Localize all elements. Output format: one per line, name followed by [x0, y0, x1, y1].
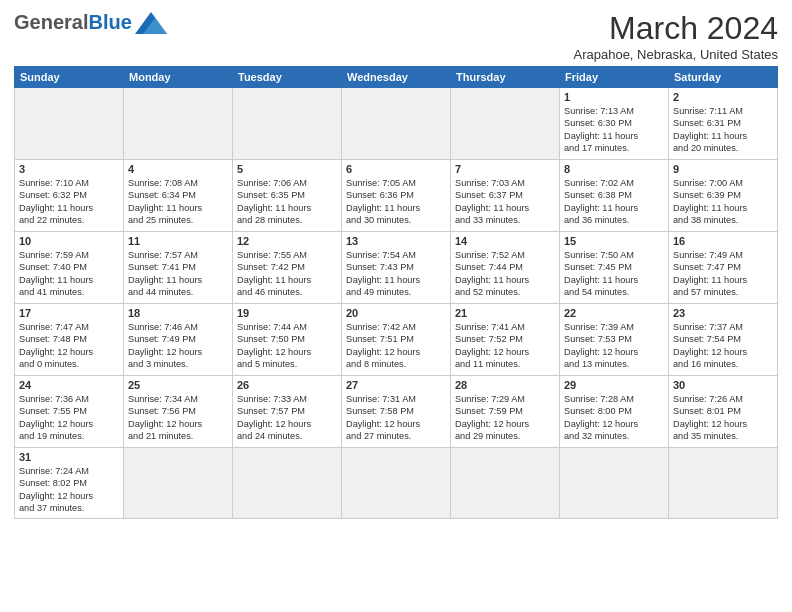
calendar-day-cell: [342, 88, 451, 160]
calendar-day-cell: 25Sunrise: 7:34 AM Sunset: 7:56 PM Dayli…: [124, 376, 233, 448]
calendar-day-cell: 27Sunrise: 7:31 AM Sunset: 7:58 PM Dayli…: [342, 376, 451, 448]
calendar-day-cell: 24Sunrise: 7:36 AM Sunset: 7:55 PM Dayli…: [15, 376, 124, 448]
day-number: 15: [564, 235, 664, 247]
calendar-day-cell: 11Sunrise: 7:57 AM Sunset: 7:41 PM Dayli…: [124, 232, 233, 304]
day-number: 21: [455, 307, 555, 319]
day-number: 12: [237, 235, 337, 247]
calendar-day-cell: 22Sunrise: 7:39 AM Sunset: 7:53 PM Dayli…: [560, 304, 669, 376]
day-info: Sunrise: 7:42 AM Sunset: 7:51 PM Dayligh…: [346, 321, 446, 371]
calendar-day-cell: 15Sunrise: 7:50 AM Sunset: 7:45 PM Dayli…: [560, 232, 669, 304]
day-info: Sunrise: 7:55 AM Sunset: 7:42 PM Dayligh…: [237, 249, 337, 299]
day-number: 7: [455, 163, 555, 175]
day-info: Sunrise: 7:05 AM Sunset: 6:36 PM Dayligh…: [346, 177, 446, 227]
calendar-day-cell: [124, 88, 233, 160]
day-info: Sunrise: 7:41 AM Sunset: 7:52 PM Dayligh…: [455, 321, 555, 371]
day-number: 17: [19, 307, 119, 319]
day-number: 31: [19, 451, 119, 463]
calendar-day-cell: 5Sunrise: 7:06 AM Sunset: 6:35 PM Daylig…: [233, 160, 342, 232]
calendar-week-row: 10Sunrise: 7:59 AM Sunset: 7:40 PM Dayli…: [15, 232, 778, 304]
calendar-day-cell: [124, 448, 233, 519]
day-number: 1: [564, 91, 664, 103]
calendar-week-row: 1Sunrise: 7:13 AM Sunset: 6:30 PM Daylig…: [15, 88, 778, 160]
logo: General Blue: [14, 10, 167, 34]
calendar-day-cell: 6Sunrise: 7:05 AM Sunset: 6:36 PM Daylig…: [342, 160, 451, 232]
calendar-day-cell: [342, 448, 451, 519]
day-number: 16: [673, 235, 773, 247]
day-info: Sunrise: 7:36 AM Sunset: 7:55 PM Dayligh…: [19, 393, 119, 443]
logo-blue: Blue: [88, 11, 131, 34]
calendar-day-cell: 3Sunrise: 7:10 AM Sunset: 6:32 PM Daylig…: [15, 160, 124, 232]
calendar-header-thursday: Thursday: [451, 67, 560, 88]
calendar-day-cell: [669, 448, 778, 519]
day-info: Sunrise: 7:44 AM Sunset: 7:50 PM Dayligh…: [237, 321, 337, 371]
day-info: Sunrise: 7:13 AM Sunset: 6:30 PM Dayligh…: [564, 105, 664, 155]
title-area: March 2024 Arapahoe, Nebraska, United St…: [573, 10, 778, 62]
calendar-week-row: 3Sunrise: 7:10 AM Sunset: 6:32 PM Daylig…: [15, 160, 778, 232]
calendar-header-sunday: Sunday: [15, 67, 124, 88]
calendar-day-cell: 29Sunrise: 7:28 AM Sunset: 8:00 PM Dayli…: [560, 376, 669, 448]
calendar-header-friday: Friday: [560, 67, 669, 88]
day-number: 18: [128, 307, 228, 319]
calendar-day-cell: 26Sunrise: 7:33 AM Sunset: 7:57 PM Dayli…: [233, 376, 342, 448]
calendar-week-row: 17Sunrise: 7:47 AM Sunset: 7:48 PM Dayli…: [15, 304, 778, 376]
day-info: Sunrise: 7:24 AM Sunset: 8:02 PM Dayligh…: [19, 465, 119, 515]
day-info: Sunrise: 7:59 AM Sunset: 7:40 PM Dayligh…: [19, 249, 119, 299]
day-number: 24: [19, 379, 119, 391]
day-number: 4: [128, 163, 228, 175]
calendar-header-monday: Monday: [124, 67, 233, 88]
day-info: Sunrise: 7:28 AM Sunset: 8:00 PM Dayligh…: [564, 393, 664, 443]
calendar-day-cell: [560, 448, 669, 519]
day-info: Sunrise: 7:52 AM Sunset: 7:44 PM Dayligh…: [455, 249, 555, 299]
calendar-day-cell: 1Sunrise: 7:13 AM Sunset: 6:30 PM Daylig…: [560, 88, 669, 160]
day-info: Sunrise: 7:02 AM Sunset: 6:38 PM Dayligh…: [564, 177, 664, 227]
day-number: 5: [237, 163, 337, 175]
calendar-day-cell: 28Sunrise: 7:29 AM Sunset: 7:59 PM Dayli…: [451, 376, 560, 448]
day-number: 9: [673, 163, 773, 175]
calendar-week-row: 31Sunrise: 7:24 AM Sunset: 8:02 PM Dayli…: [15, 448, 778, 519]
calendar-day-cell: 21Sunrise: 7:41 AM Sunset: 7:52 PM Dayli…: [451, 304, 560, 376]
logo-general: General: [14, 11, 88, 34]
calendar-table: SundayMondayTuesdayWednesdayThursdayFrid…: [14, 66, 778, 519]
calendar-day-cell: 14Sunrise: 7:52 AM Sunset: 7:44 PM Dayli…: [451, 232, 560, 304]
day-number: 30: [673, 379, 773, 391]
day-number: 6: [346, 163, 446, 175]
calendar-day-cell: 18Sunrise: 7:46 AM Sunset: 7:49 PM Dayli…: [124, 304, 233, 376]
logo-icon: [135, 12, 167, 34]
day-number: 20: [346, 307, 446, 319]
calendar-day-cell: 23Sunrise: 7:37 AM Sunset: 7:54 PM Dayli…: [669, 304, 778, 376]
calendar-day-cell: 16Sunrise: 7:49 AM Sunset: 7:47 PM Dayli…: [669, 232, 778, 304]
day-number: 28: [455, 379, 555, 391]
day-number: 3: [19, 163, 119, 175]
day-number: 22: [564, 307, 664, 319]
day-info: Sunrise: 7:46 AM Sunset: 7:49 PM Dayligh…: [128, 321, 228, 371]
day-info: Sunrise: 7:37 AM Sunset: 7:54 PM Dayligh…: [673, 321, 773, 371]
day-info: Sunrise: 7:47 AM Sunset: 7:48 PM Dayligh…: [19, 321, 119, 371]
page: General Blue March 2024 Arapahoe, Nebras…: [0, 0, 792, 612]
calendar-day-cell: 12Sunrise: 7:55 AM Sunset: 7:42 PM Dayli…: [233, 232, 342, 304]
calendar-day-cell: [233, 448, 342, 519]
calendar-day-cell: [451, 448, 560, 519]
day-number: 27: [346, 379, 446, 391]
calendar-day-cell: 31Sunrise: 7:24 AM Sunset: 8:02 PM Dayli…: [15, 448, 124, 519]
day-info: Sunrise: 7:33 AM Sunset: 7:57 PM Dayligh…: [237, 393, 337, 443]
day-number: 29: [564, 379, 664, 391]
day-number: 14: [455, 235, 555, 247]
day-info: Sunrise: 7:29 AM Sunset: 7:59 PM Dayligh…: [455, 393, 555, 443]
day-number: 19: [237, 307, 337, 319]
calendar-day-cell: 8Sunrise: 7:02 AM Sunset: 6:38 PM Daylig…: [560, 160, 669, 232]
day-info: Sunrise: 7:50 AM Sunset: 7:45 PM Dayligh…: [564, 249, 664, 299]
day-info: Sunrise: 7:26 AM Sunset: 8:01 PM Dayligh…: [673, 393, 773, 443]
day-number: 2: [673, 91, 773, 103]
day-info: Sunrise: 7:11 AM Sunset: 6:31 PM Dayligh…: [673, 105, 773, 155]
day-info: Sunrise: 7:10 AM Sunset: 6:32 PM Dayligh…: [19, 177, 119, 227]
header: General Blue March 2024 Arapahoe, Nebras…: [14, 10, 778, 62]
day-info: Sunrise: 7:49 AM Sunset: 7:47 PM Dayligh…: [673, 249, 773, 299]
calendar-day-cell: 19Sunrise: 7:44 AM Sunset: 7:50 PM Dayli…: [233, 304, 342, 376]
calendar-header-saturday: Saturday: [669, 67, 778, 88]
day-info: Sunrise: 7:57 AM Sunset: 7:41 PM Dayligh…: [128, 249, 228, 299]
day-info: Sunrise: 7:54 AM Sunset: 7:43 PM Dayligh…: [346, 249, 446, 299]
calendar-header-row: SundayMondayTuesdayWednesdayThursdayFrid…: [15, 67, 778, 88]
day-number: 23: [673, 307, 773, 319]
day-info: Sunrise: 7:06 AM Sunset: 6:35 PM Dayligh…: [237, 177, 337, 227]
calendar-day-cell: 9Sunrise: 7:00 AM Sunset: 6:39 PM Daylig…: [669, 160, 778, 232]
